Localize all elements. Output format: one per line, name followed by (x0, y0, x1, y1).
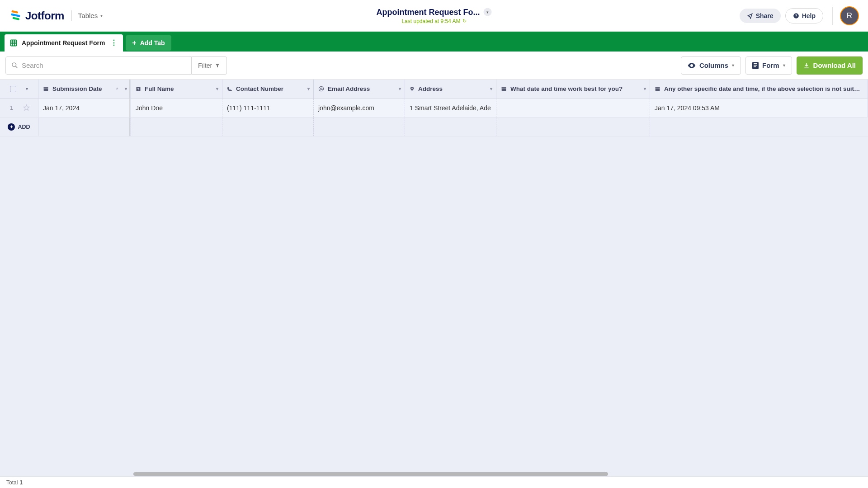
columns-button[interactable]: Columns ▾ (681, 56, 741, 75)
empty-cell (314, 117, 405, 136)
status-footer: Total 1 (0, 476, 868, 488)
chevron-down-icon: ▾ (100, 13, 103, 18)
form-title: Appointment Request Fo... (377, 7, 480, 17)
form-title-row[interactable]: Appointment Request Fo... ▾ (377, 7, 492, 17)
column-label: Submission Date (52, 85, 102, 92)
table-toolbar: Filter Columns ▾ Form ▾ Download All (0, 52, 868, 80)
table-icon (10, 39, 17, 47)
svg-rect-22 (502, 88, 506, 88)
empty-cell (405, 117, 496, 136)
horizontal-scrollbar-thumb[interactable] (133, 472, 608, 476)
empty-cell (131, 117, 222, 136)
column-preferred-datetime[interactable]: What date and time work best for you? ▾ (496, 80, 650, 98)
svg-rect-17 (44, 88, 48, 88)
divider (71, 10, 72, 21)
add-row-button[interactable]: + ADD (0, 117, 38, 136)
row-gutter[interactable]: 1 (0, 99, 38, 117)
chevron-down-icon: ▾ (732, 63, 734, 68)
total-count: 1 (19, 479, 23, 486)
divider (832, 7, 833, 25)
download-all-button[interactable]: Download All (797, 56, 863, 75)
empty-cell (222, 117, 314, 136)
cell-preferred-datetime[interactable] (496, 99, 650, 117)
chevron-down-icon[interactable]: ▾ (125, 86, 127, 91)
column-submission-date[interactable]: Submission Date ▾ (38, 80, 131, 98)
svg-rect-14 (754, 65, 757, 66)
brand-name: Jotform (25, 9, 64, 22)
calendar-icon (43, 86, 49, 92)
plus-icon: + (132, 39, 136, 47)
columns-label: Columns (699, 61, 728, 69)
select-all-gutter[interactable]: ▾ (0, 80, 38, 98)
help-label: Help (802, 12, 816, 19)
tab-more-icon[interactable]: ⋮ (109, 39, 118, 47)
share-label: Share (756, 12, 774, 19)
column-label: Contact Number (236, 85, 283, 92)
chevron-down-icon[interactable]: ▾ (399, 86, 401, 91)
chevron-down-icon[interactable]: ▾ (307, 86, 310, 91)
pin-icon[interactable] (114, 86, 119, 92)
brand-logo[interactable]: Jotform (9, 9, 64, 22)
empty-cell (650, 117, 868, 136)
toolbar-right: Columns ▾ Form ▾ Download All (681, 56, 863, 75)
column-other-datetime[interactable]: Any other specific date and time, if the… (650, 80, 868, 98)
form-button[interactable]: Form ▾ (745, 56, 792, 75)
phone-icon (227, 86, 232, 92)
add-row[interactable]: + ADD (0, 117, 868, 136)
cell-other-datetime[interactable]: Jan 17, 2024 09:53 AM (650, 99, 868, 117)
svg-rect-13 (754, 63, 757, 64)
svg-rect-0 (11, 10, 18, 13)
svg-rect-1 (11, 13, 20, 17)
svg-point-10 (12, 63, 16, 67)
refresh-icon[interactable]: ↻ (462, 18, 467, 24)
user-avatar[interactable]: R (840, 6, 859, 25)
cell-address[interactable]: 1 Smart Street Adelaide, Ade (405, 99, 496, 117)
cell-contact-number[interactable]: (111) 111-1111 (222, 99, 314, 117)
svg-rect-21 (502, 87, 506, 91)
column-full-name[interactable]: T Full Name ▾ (131, 80, 222, 98)
table-row[interactable]: 1 Jan 17, 2024 John Doe (111) 111-1111 j… (0, 99, 868, 117)
chevron-down-icon[interactable]: ▾ (644, 86, 646, 91)
share-button[interactable]: Share (740, 9, 781, 23)
horizontal-scrollbar-track[interactable] (38, 472, 868, 476)
column-address[interactable]: Address ▾ (405, 80, 496, 98)
total-label: Total (6, 479, 18, 486)
checkbox-icon[interactable] (10, 86, 16, 92)
share-icon (747, 13, 753, 19)
svg-text:T: T (137, 87, 140, 90)
add-tab-button[interactable]: + Add Tab (126, 35, 171, 51)
help-button[interactable]: ? Help (785, 8, 823, 23)
svg-rect-15 (754, 66, 756, 67)
chevron-down-icon[interactable]: ▾ (26, 86, 28, 91)
add-tab-label: Add Tab (140, 39, 165, 47)
form-icon (752, 62, 759, 69)
cell-full-name[interactable]: John Doe (131, 99, 222, 117)
chevron-down-icon[interactable]: ▾ (216, 86, 218, 91)
cell-email[interactable]: john@example.com (314, 99, 405, 117)
filter-icon (215, 63, 220, 68)
data-grid: ▾ Submission Date ▾ T Full Name ▾ Contac… (0, 80, 868, 136)
star-icon[interactable] (23, 104, 30, 111)
empty-cell (38, 117, 131, 136)
column-email[interactable]: Email Address ▾ (314, 80, 405, 98)
last-updated: Last updated at 9:54 AM ↻ (401, 18, 466, 24)
filter-label: Filter (198, 62, 212, 69)
filter-button[interactable]: Filter (192, 56, 227, 75)
column-headers: ▾ Submission Date ▾ T Full Name ▾ Contac… (0, 80, 868, 99)
location-icon (410, 86, 415, 92)
product-mode-selector[interactable]: Tables ▾ (78, 12, 103, 19)
svg-rect-16 (44, 87, 48, 91)
table-rows: 1 Jan 17, 2024 John Doe (111) 111-1111 j… (0, 99, 868, 136)
product-mode-label: Tables (78, 12, 98, 19)
text-icon: T (136, 86, 141, 92)
column-contact-number[interactable]: Contact Number ▾ (222, 80, 314, 98)
tab-strip: Appointment Request Form ⋮ + Add Tab (0, 32, 868, 52)
empty-cell (496, 117, 650, 136)
search-field-wrap[interactable] (5, 56, 192, 75)
tab-appointment-request-form[interactable]: Appointment Request Form ⋮ (5, 34, 123, 52)
search-input[interactable] (22, 61, 186, 69)
chevron-down-icon: ▾ (783, 63, 785, 68)
svg-line-11 (15, 66, 17, 68)
cell-submission-date[interactable]: Jan 17, 2024 (38, 99, 131, 117)
chevron-down-icon[interactable]: ▾ (490, 86, 492, 91)
